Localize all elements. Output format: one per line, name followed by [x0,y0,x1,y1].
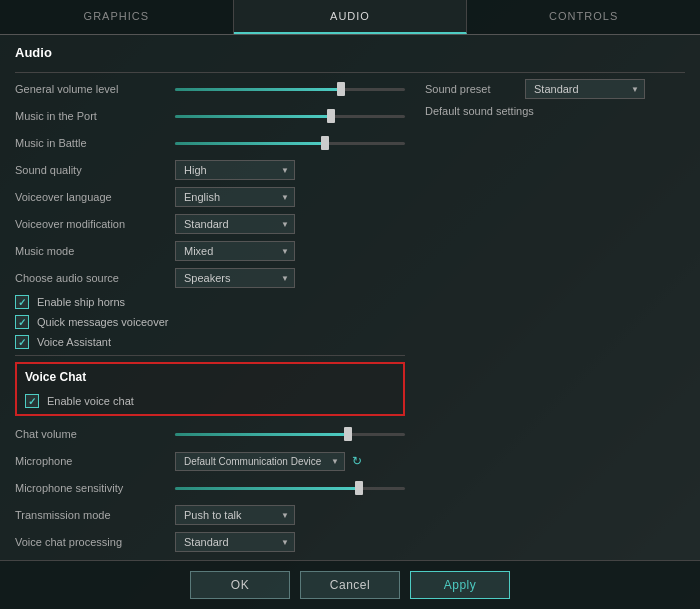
settings-grid: General volume level Music in the Port [15,79,685,560]
cancel-button[interactable]: Cancel [300,571,400,599]
voiceover-language-dropdown-wrapper: English [175,187,295,207]
music-mode-control: Mixed [175,241,405,261]
settings-dialog: GRAPHICS AUDIO CONTROLS Audio General vo… [0,0,700,609]
sound-quality-label: Sound quality [15,164,175,176]
content-area: Audio General volume level [0,35,700,560]
voice-processing-row: Voice chat processing Standard [15,532,405,552]
quick-messages-row[interactable]: Quick messages voiceover [15,315,405,329]
music-mode-dropdown[interactable]: Mixed [175,241,295,261]
microphone-control: Default Communication Device ↻ [175,452,405,471]
audio-source-dropdown-wrapper: Speakers [175,268,295,288]
microphone-row: Microphone Default Communication Device … [15,451,405,471]
section-title: Audio [15,45,685,64]
voiceover-mod-control: Standard [175,214,405,234]
music-mode-dropdown-wrapper: Mixed [175,241,295,261]
microphone-refresh-icon[interactable]: ↻ [349,453,365,469]
sound-preset-dropdown-wrapper: Standard [525,79,645,99]
general-volume-control [175,83,405,95]
audio-source-row: Choose audio source Speakers [15,268,405,288]
top-divider [15,72,685,73]
transmission-mode-row: Transmission mode Push to talk [15,505,405,525]
voice-chat-divider [15,355,405,356]
microphone-dropdown-wrapper: Default Communication Device [175,452,345,471]
voiceover-mod-dropdown[interactable]: Standard [175,214,295,234]
general-volume-slider[interactable] [175,83,405,95]
general-volume-label: General volume level [15,83,175,95]
quick-messages-checkbox[interactable] [15,315,29,329]
music-port-slider[interactable] [175,110,405,122]
mic-sensitivity-slider[interactable] [175,482,405,494]
tab-bar: GRAPHICS AUDIO CONTROLS [0,0,700,35]
music-port-row: Music in the Port [15,106,405,126]
sound-quality-dropdown[interactable]: High Medium Low [175,160,295,180]
music-mode-label: Music mode [15,245,175,257]
music-port-label: Music in the Port [15,110,175,122]
tab-graphics[interactable]: GRAPHICS [0,0,234,34]
audio-source-control: Speakers [175,268,405,288]
mic-sensitivity-row: Microphone sensitivity [15,478,405,498]
audio-source-dropdown[interactable]: Speakers [175,268,295,288]
sound-preset-row: Sound preset Standard [425,79,685,99]
transmission-mode-label: Transmission mode [15,509,175,521]
microphone-label: Microphone [15,455,175,467]
voiceover-mod-dropdown-wrapper: Standard [175,214,295,234]
ship-horns-row[interactable]: Enable ship horns [15,295,405,309]
voice-assistant-label: Voice Assistant [37,336,111,348]
voiceover-mod-row: Voiceover modification Standard [15,214,405,234]
music-battle-slider[interactable] [175,137,405,149]
chat-volume-slider[interactable] [175,428,405,440]
tab-controls[interactable]: CONTROLS [467,0,700,34]
voice-chat-title: Voice Chat [25,370,395,388]
voice-processing-control: Standard [175,532,405,552]
voice-processing-dropdown[interactable]: Standard [175,532,295,552]
voice-assistant-checkbox[interactable] [15,335,29,349]
ship-horns-checkbox[interactable] [15,295,29,309]
voiceover-language-control: English [175,187,405,207]
settings-left: General volume level Music in the Port [15,79,405,560]
chat-volume-control [175,428,405,440]
music-battle-label: Music in Battle [15,137,175,149]
chat-volume-label: Chat volume [15,428,175,440]
mic-sensitivity-control [175,482,405,494]
sound-quality-row: Sound quality High Medium Low [15,160,405,180]
transmission-mode-control: Push to talk [175,505,405,525]
audio-source-label: Choose audio source [15,272,175,284]
footer: OK Cancel Apply [0,560,700,609]
microphone-dropdown[interactable]: Default Communication Device [175,452,345,471]
default-sound-settings-label: Default sound settings [425,105,685,117]
transmission-mode-dropdown-wrapper: Push to talk [175,505,295,525]
music-port-control [175,110,405,122]
quick-messages-label: Quick messages voiceover [37,316,168,328]
transmission-mode-dropdown[interactable]: Push to talk [175,505,295,525]
apply-button[interactable]: Apply [410,571,510,599]
ok-button[interactable]: OK [190,571,290,599]
voiceover-language-label: Voiceover language [15,191,175,203]
music-battle-control [175,137,405,149]
music-mode-row: Music mode Mixed [15,241,405,261]
voiceover-language-dropdown[interactable]: English [175,187,295,207]
sound-preset-label: Sound preset [425,83,515,95]
voice-processing-label: Voice chat processing [15,536,175,548]
sound-preset-dropdown[interactable]: Standard [525,79,645,99]
sound-quality-control: High Medium Low [175,160,405,180]
tab-audio[interactable]: AUDIO [234,0,468,34]
voice-processing-dropdown-wrapper: Standard [175,532,295,552]
voice-assistant-row[interactable]: Voice Assistant [15,335,405,349]
ship-horns-label: Enable ship horns [37,296,125,308]
voiceover-language-row: Voiceover language English [15,187,405,207]
settings-right: Sound preset Standard Default sound sett… [425,79,685,560]
enable-voice-chat-row[interactable]: Enable voice chat [25,394,395,408]
voice-chat-section: Voice Chat Enable voice chat [15,362,405,416]
sound-quality-dropdown-wrapper: High Medium Low [175,160,295,180]
enable-voice-chat-label: Enable voice chat [47,395,134,407]
voiceover-mod-label: Voiceover modification [15,218,175,230]
mic-sensitivity-label: Microphone sensitivity [15,482,175,494]
chat-volume-row: Chat volume [15,424,405,444]
general-volume-row: General volume level [15,79,405,99]
music-battle-row: Music in Battle [15,133,405,153]
enable-voice-chat-checkbox[interactable] [25,394,39,408]
